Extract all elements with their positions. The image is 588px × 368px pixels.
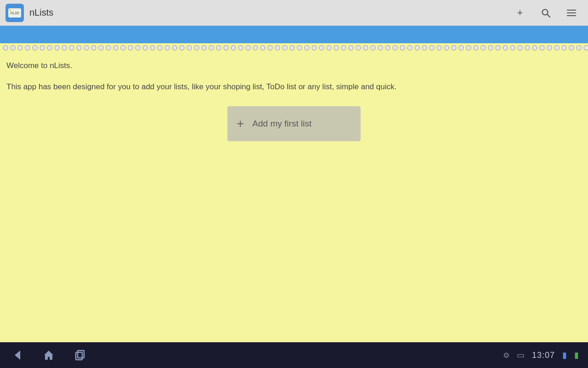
dots-row [0,43,588,52]
ring-dot [267,45,273,51]
ring-dot [98,45,104,51]
ring-dot [297,45,302,51]
ring-dot [142,45,148,51]
ring-dot [458,45,464,51]
ring-dot [539,45,545,51]
ring-dot [179,45,185,51]
ring-dot [194,45,199,51]
add-first-list-label: Add my first list [252,119,311,129]
ring-dot [348,45,354,51]
add-button[interactable]: + [509,2,531,24]
ring-dot [510,45,515,51]
ring-dot [69,45,74,51]
app-title: nLists [29,7,509,18]
clock-display: 13:07 [532,351,555,360]
ring-dot [363,45,368,51]
ring-dot [488,45,493,51]
ring-dot [187,45,192,51]
ring-dot [444,45,449,51]
ring-dot [260,45,266,51]
ring-dot [532,45,537,51]
ring-dot [113,45,119,51]
ring-dot [561,45,567,51]
svg-point-3 [9,9,11,11]
menu-button[interactable] [560,2,582,24]
ring-dot [400,45,405,51]
svg-rect-11 [76,352,82,360]
ring-dot [334,45,339,51]
ring-dot [216,45,221,51]
ring-dot [245,45,251,51]
ring-dot [319,45,324,51]
ring-dot [106,45,111,51]
ring-dot [40,45,45,51]
ring-dot [238,45,243,51]
search-button[interactable] [535,2,557,24]
back-button[interactable] [9,347,26,363]
add-first-list-button[interactable]: + Add my first list [227,106,361,141]
nav-right: ⚙ ▭ 13:07 ▮ ▮ [503,350,579,360]
battery-icon: ▮ [574,350,579,360]
ring-dot [25,45,30,51]
ring-dot [201,45,207,51]
ring-dot [473,45,479,51]
ring-dot [84,45,89,51]
ring-dot [576,45,582,51]
svg-marker-9 [15,351,20,360]
ring-dot [311,45,317,51]
ring-dot [10,45,16,51]
ring-dot [341,45,346,51]
ring-dot [157,45,163,51]
ring-dot [422,45,427,51]
ring-dot [3,45,8,51]
svg-text:nList: nList [10,11,19,15]
description-text: This app has been designed for you to ad… [6,81,582,93]
ring-dot [378,45,383,51]
signal-icon: ▮ [562,350,567,360]
ring-dot [451,45,457,51]
ring-dot [356,45,361,51]
ring-dot [253,45,258,51]
top-bar: nList nLists + [0,0,588,26]
usb-debug-icon: ⚙ [503,351,509,360]
ring-dot [326,45,332,51]
ring-dot [407,45,413,51]
blue-band [0,26,588,43]
ring-dot [54,45,60,51]
ring-dot [569,45,574,51]
ring-dot [436,45,442,51]
ring-dot [414,45,420,51]
ring-dot [275,45,280,51]
ring-dot [231,45,236,51]
recents-button[interactable] [72,347,88,363]
app-icon: nList [6,4,24,22]
ring-dot [583,45,588,51]
ring-dot [47,45,52,51]
ring-dot [120,45,126,51]
ring-dot [17,45,23,51]
ring-dot [172,45,177,51]
ring-dot [495,45,501,51]
toolbar-actions: + [509,2,582,24]
main-content: Welcome to nLists. This app has been des… [0,52,588,342]
ring-dot [481,45,486,51]
add-first-list-plus-icon: + [237,116,244,131]
svg-rect-12 [78,351,84,358]
svg-point-4 [543,9,548,15]
ring-dot [209,45,214,51]
nav-left [9,347,503,363]
ring-dot [554,45,560,51]
ring-dot [392,45,398,51]
svg-marker-10 [44,351,53,360]
phone-icon: ▭ [517,350,525,360]
ring-dot [429,45,435,51]
home-button[interactable] [40,347,57,363]
ring-dot [91,45,96,51]
ring-dot [503,45,508,51]
ring-dot [525,45,530,51]
ring-dot [223,45,229,51]
ring-dot [304,45,310,51]
ring-dot [164,45,170,51]
ring-dot [76,45,82,51]
ring-dot [385,45,390,51]
